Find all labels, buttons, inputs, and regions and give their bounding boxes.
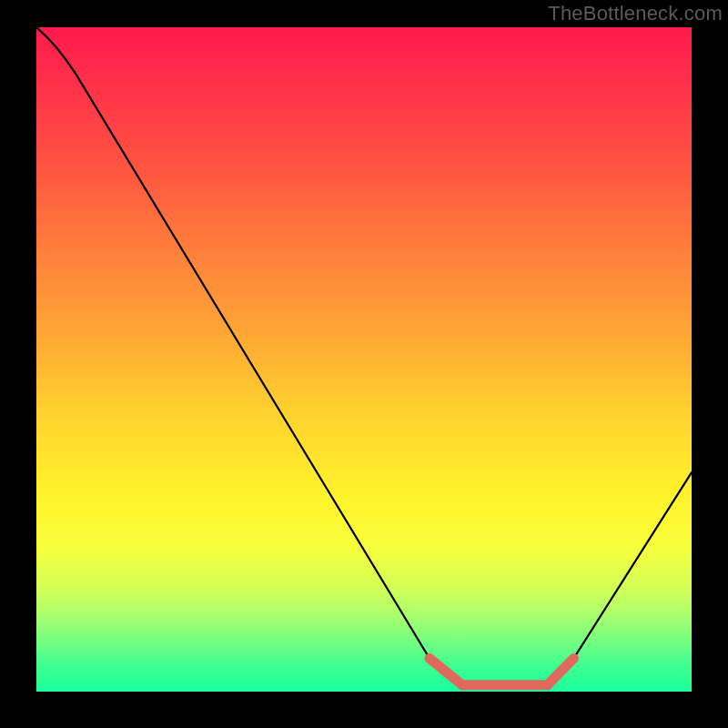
highlight-segment bbox=[430, 659, 573, 685]
chart-frame: TheBottleneck.com bbox=[0, 0, 728, 728]
plot-area bbox=[36, 27, 692, 692]
watermark-text: TheBottleneck.com bbox=[548, 2, 723, 25]
main-curve bbox=[36, 27, 692, 685]
series-svg bbox=[36, 27, 692, 692]
